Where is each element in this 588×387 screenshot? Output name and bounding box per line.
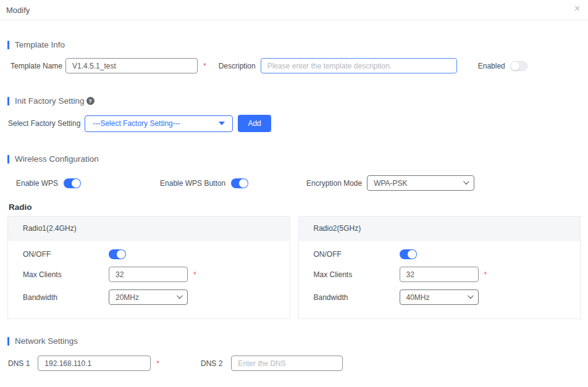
radio2-max-clients-row: Max Clients * bbox=[314, 267, 581, 282]
radio2-bandwidth-value: 40MHz bbox=[406, 293, 430, 302]
enable-wps-toggle[interactable] bbox=[64, 178, 81, 188]
wireless-row: Enable WPS Enable WPS Button Encryption … bbox=[7, 175, 581, 191]
max-clients-label: Max Clients bbox=[314, 270, 400, 279]
template-name-label: Template Name bbox=[10, 62, 65, 70]
dialog-header: Modify ✕ bbox=[0, 0, 588, 20]
required-asterisk: * bbox=[156, 359, 159, 368]
section-accent-bar bbox=[7, 97, 9, 106]
radio1-bandwidth-select[interactable]: 20MHz bbox=[109, 289, 188, 305]
required-asterisk: * bbox=[484, 270, 487, 279]
radio2-onoff-row: ON/OFF bbox=[314, 249, 581, 259]
radio1-onoff-toggle[interactable] bbox=[109, 249, 126, 259]
dns1-label: DNS 1 bbox=[8, 359, 30, 368]
radio1-bandwidth-value: 20MHz bbox=[116, 293, 139, 302]
enable-wps-button-toggle[interactable] bbox=[231, 178, 248, 188]
help-icon[interactable]: ? bbox=[86, 97, 94, 105]
section-title-init-factory: Init Factory Setting bbox=[15, 96, 85, 106]
radio1-card-title: Radio1(2.4GHz) bbox=[8, 217, 290, 241]
chevron-down-icon bbox=[463, 178, 469, 185]
radio2-bandwidth-select[interactable]: 40MHz bbox=[400, 289, 479, 305]
max-clients-label: Max Clients bbox=[23, 270, 109, 279]
required-asterisk: * bbox=[193, 270, 196, 279]
dialog-title: Modify bbox=[6, 6, 30, 15]
add-button[interactable]: Add bbox=[238, 115, 271, 132]
radio2-card-title: Radio2(5GHz) bbox=[299, 217, 581, 241]
radio1-card: Radio1(2.4GHz) ON/OFF Max Clients * Band… bbox=[7, 216, 290, 319]
onoff-label: ON/OFF bbox=[314, 250, 400, 259]
description-label: Description bbox=[219, 62, 256, 70]
factory-setting-row: Select Factory Setting ---Select Factory… bbox=[7, 115, 581, 132]
section-accent-bar bbox=[7, 337, 9, 346]
enabled-toggle[interactable] bbox=[510, 61, 527, 71]
required-asterisk: * bbox=[203, 62, 206, 70]
radio2-onoff-toggle[interactable] bbox=[400, 249, 417, 259]
dialog-content: Template Info Template Name * Descriptio… bbox=[0, 40, 588, 387]
enable-wps-label: Enable WPS bbox=[16, 179, 58, 188]
description-input[interactable] bbox=[261, 58, 457, 73]
radio2-bandwidth-row: Bandwidth 40MHz bbox=[314, 289, 581, 305]
radio-cards: Radio1(2.4GHz) ON/OFF Max Clients * Band… bbox=[7, 216, 581, 319]
radio2-card: Radio2(5GHz) ON/OFF Max Clients * Bandwi… bbox=[298, 216, 581, 319]
dns2-label: DNS 2 bbox=[201, 359, 222, 368]
radio-heading: Radio bbox=[7, 202, 581, 212]
section-network: Network Settings bbox=[7, 336, 581, 346]
bandwidth-label: Bandwidth bbox=[314, 293, 400, 302]
section-wireless: Wireless Configuration bbox=[7, 154, 581, 164]
section-template-info: Template Info bbox=[7, 40, 581, 49]
factory-setting-select[interactable]: ---Select Factory Setting--- bbox=[85, 115, 233, 132]
radio2-max-clients-input[interactable] bbox=[400, 267, 479, 282]
bandwidth-label: Bandwidth bbox=[23, 293, 109, 302]
chevron-down-icon bbox=[467, 293, 473, 299]
enabled-label: Enabled bbox=[478, 62, 505, 70]
radio2-card-body: ON/OFF Max Clients * Bandwidth 40MHz bbox=[299, 241, 581, 318]
select-factory-label: Select Factory Setting bbox=[8, 119, 80, 128]
template-info-row: Template Name * Description Enabled bbox=[7, 58, 581, 73]
radio1-max-clients-row: Max Clients * bbox=[23, 267, 290, 282]
section-init-factory: Init Factory Setting ? bbox=[7, 96, 581, 106]
radio1-max-clients-input[interactable] bbox=[109, 267, 188, 282]
radio1-card-body: ON/OFF Max Clients * Bandwidth 20MHz bbox=[8, 241, 290, 318]
section-accent-bar bbox=[7, 41, 9, 49]
chevron-down-icon bbox=[177, 293, 183, 299]
enable-wps-button-label: Enable WPS Button bbox=[160, 179, 225, 188]
encryption-mode-select[interactable]: WPA-PSK bbox=[367, 175, 474, 191]
modify-dialog: Modify ✕ Template Info Template Name * D… bbox=[0, 0, 588, 387]
network-row: DNS 1 * DNS 2 bbox=[7, 356, 581, 371]
encryption-mode-value: WPA-PSK bbox=[374, 179, 407, 188]
close-icon[interactable]: ✕ bbox=[574, 4, 581, 12]
radio1-onoff-row: ON/OFF bbox=[23, 249, 290, 259]
dns1-input[interactable] bbox=[38, 356, 151, 371]
template-name-input[interactable] bbox=[65, 58, 198, 73]
encryption-mode-label: Encryption Mode bbox=[306, 179, 362, 188]
caret-down-icon bbox=[219, 122, 225, 125]
dns2-input[interactable] bbox=[231, 356, 343, 371]
factory-setting-selected-value: ---Select Factory Setting--- bbox=[93, 119, 180, 128]
radio1-bandwidth-row: Bandwidth 20MHz bbox=[23, 289, 290, 305]
onoff-label: ON/OFF bbox=[23, 250, 109, 259]
section-title-wireless: Wireless Configuration bbox=[15, 154, 99, 164]
section-title-network: Network Settings bbox=[15, 336, 78, 346]
section-title-template-info: Template Info bbox=[15, 40, 65, 49]
section-accent-bar bbox=[7, 155, 9, 164]
